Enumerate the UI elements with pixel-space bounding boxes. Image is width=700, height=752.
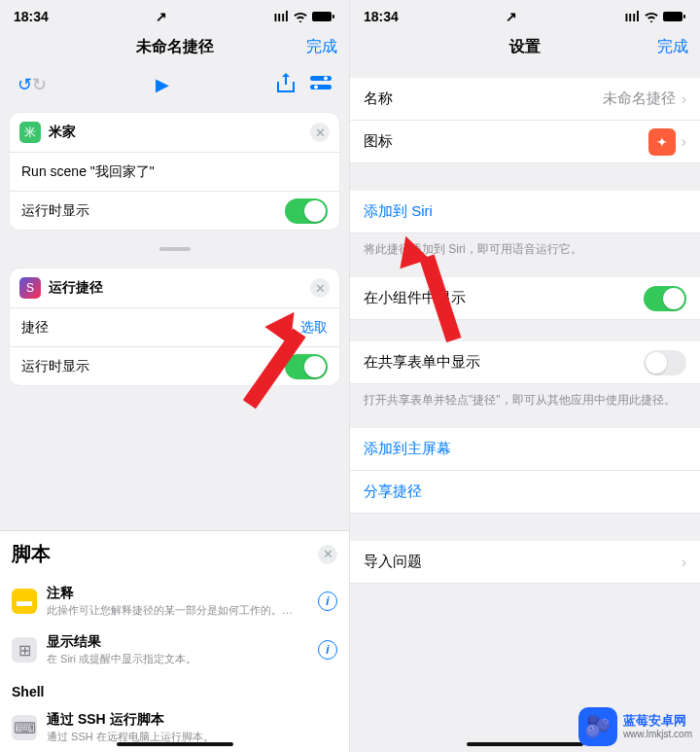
widget-row: 在小组件中显示 <box>350 277 700 320</box>
home-indicator[interactable] <box>467 742 583 746</box>
section-title: 脚本 <box>12 541 318 567</box>
wifi-icon <box>644 11 659 22</box>
info-icon[interactable]: i <box>318 591 337 611</box>
show-toggle-row: 运行时显示 <box>10 191 339 230</box>
show-label: 运行时显示 <box>21 358 285 376</box>
phone-right: 18:34 ↗ ıııl 设置 完成 名称 未命名捷径 › 图标 ✦ › 添加到… <box>350 0 700 752</box>
add-to-siri-button[interactable]: 添加到 Siri <box>350 191 700 233</box>
signal-icon: ıııl <box>624 9 640 24</box>
svg-rect-2 <box>310 76 332 81</box>
item-subtitle: 此操作可让您解释捷径的某一部分是如何工作的。… <box>47 603 308 618</box>
watermark-name: 蓝莓安卓网 <box>623 713 692 729</box>
svg-rect-6 <box>663 12 682 21</box>
card-head: S 运行捷径 ✕ <box>10 269 339 307</box>
share-shortcut-button[interactable]: 分享捷径 <box>350 471 700 514</box>
add-to-home-button[interactable]: 添加到主屏幕 <box>350 428 700 471</box>
done-button[interactable]: 完成 <box>657 37 688 57</box>
close-icon[interactable]: ✕ <box>310 278 330 298</box>
status-right: ıııl <box>624 9 686 24</box>
redo-icon: ↻ <box>32 74 47 95</box>
chevron-right-icon: › <box>682 133 686 151</box>
card-head: 米 米家 ✕ <box>10 113 339 152</box>
name-value: 未命名捷径 <box>603 90 676 108</box>
home-indicator[interactable] <box>117 742 233 746</box>
close-icon[interactable]: ✕ <box>318 545 337 564</box>
icon-row[interactable]: 图标 ✦ › <box>350 121 700 163</box>
play-icon[interactable]: ▶ <box>156 74 169 95</box>
name-row[interactable]: 名称 未命名捷径 › <box>350 78 700 121</box>
status-time: 18:34 <box>14 9 49 24</box>
watermark-logo-icon: 🫐 <box>578 707 617 746</box>
phone-left: 18:34 ↗ ıııl 未命名捷径 完成 ↺ ↻ ▶ 米 米家 ✕ Run s… <box>0 0 350 752</box>
status-right: ıııl <box>273 9 335 24</box>
action-label: Run scene "我回家了" <box>21 163 328 181</box>
import-row[interactable]: 导入问题 › <box>350 541 700 584</box>
shortcut-color-icon: ✦ <box>648 128 676 156</box>
status-loc-icon: ↗ <box>506 9 517 24</box>
settings-icon[interactable] <box>310 75 332 95</box>
svg-rect-1 <box>332 15 334 18</box>
name-label: 名称 <box>364 90 603 108</box>
import-label: 导入问题 <box>364 553 676 571</box>
signal-icon: ıııl <box>273 9 289 24</box>
show-label: 运行时显示 <box>21 202 285 220</box>
status-bar: 18:34 ↗ ıııl <box>350 0 700 27</box>
card-app-name: 米家 <box>49 124 302 141</box>
siri-label: 添加到 Siri <box>364 202 686 221</box>
undo-icon[interactable]: ↺ <box>18 74 32 95</box>
icon-label: 图标 <box>364 132 648 151</box>
mijia-icon: 米 <box>19 122 41 143</box>
svg-rect-0 <box>312 12 332 21</box>
share-sheet-row: 在共享表单中显示 <box>350 341 700 384</box>
page-title: 未命名捷径 <box>136 37 214 57</box>
toggle-switch[interactable] <box>644 286 686 311</box>
item-title: 注释 <box>47 585 308 602</box>
toggle-switch[interactable] <box>285 198 328 224</box>
close-icon[interactable]: ✕ <box>310 123 330 142</box>
list-item[interactable]: ▬ 注释 此操作可让您解释捷径的某一部分是如何工作的。… i <box>0 577 349 626</box>
settings-list: 名称 未命名捷径 › 图标 ✦ › <box>350 78 700 163</box>
navbar: 未命名捷径 完成 <box>0 27 349 66</box>
watermark-url: www.lmkjst.com <box>623 729 692 740</box>
ssh-icon: ⌨ <box>12 715 37 740</box>
battery-icon <box>312 11 335 22</box>
done-button[interactable]: 完成 <box>306 37 337 57</box>
toolbar: ↺ ↻ ▶ <box>0 66 349 103</box>
section-head: 脚本 ✕ <box>0 531 349 577</box>
item-title: 显示结果 <box>47 633 308 651</box>
share-icon[interactable] <box>277 73 295 97</box>
page-title: 设置 <box>509 37 541 57</box>
action-card-mijia: 米 米家 ✕ Run scene "我回家了" 运行时显示 <box>10 113 339 230</box>
action-row: Run scene "我回家了" <box>10 152 339 191</box>
shortcut-label: 捷径 <box>21 319 300 337</box>
battery-icon <box>663 11 686 22</box>
scripts-section: 脚本 ✕ ▬ 注释 此操作可让您解释捷径的某一部分是如何工作的。… i ⊞ 显示… <box>0 530 349 752</box>
widget-label: 在小组件中显示 <box>364 289 644 307</box>
wifi-icon <box>293 11 308 22</box>
list-item[interactable]: ⊞ 显示结果 在 Siri 或提醒中显示指定文本。 i <box>0 626 349 674</box>
share-label: 在共享表单中显示 <box>364 353 644 372</box>
item-subtitle: 在 Siri 或提醒中显示指定文本。 <box>47 652 308 666</box>
status-loc-icon: ↗ <box>156 9 167 24</box>
navbar: 设置 完成 <box>350 27 700 66</box>
comment-icon: ▬ <box>12 589 37 614</box>
status-bar: 18:34 ↗ ıııl <box>0 0 349 27</box>
chevron-right-icon: › <box>682 554 686 571</box>
svg-rect-4 <box>310 85 332 90</box>
home-label: 添加到主屏幕 <box>364 440 686 458</box>
expand-handle[interactable] <box>0 230 349 269</box>
info-icon[interactable]: i <box>318 640 337 660</box>
subsection-title: Shell <box>0 674 349 703</box>
status-time: 18:34 <box>364 9 399 24</box>
item-title: 通过 SSH 运行脚本 <box>47 711 337 729</box>
card-app-name: 运行捷径 <box>49 279 302 297</box>
toggle-switch[interactable] <box>644 350 686 376</box>
svg-point-3 <box>324 76 328 80</box>
chevron-right-icon: › <box>682 90 686 108</box>
shortcuts-icon: S <box>19 277 41 299</box>
svg-rect-7 <box>683 15 685 18</box>
share-hint: 打开共享表单并轻点"捷径"，即可从其他应用中使用此捷径。 <box>350 384 700 428</box>
result-icon: ⊞ <box>12 637 37 662</box>
share-shortcut-label: 分享捷径 <box>364 483 686 501</box>
svg-point-5 <box>314 85 318 89</box>
